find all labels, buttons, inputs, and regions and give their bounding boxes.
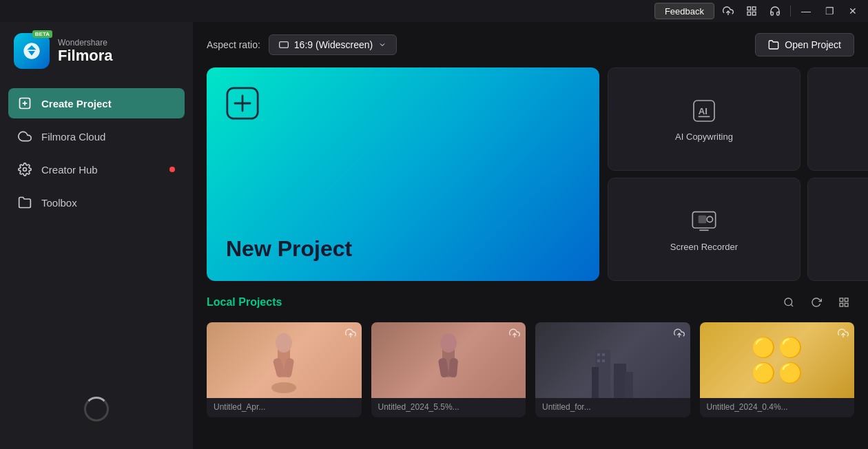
- quick-card-screen-recorder[interactable]: Screen Recorder: [608, 178, 800, 281]
- svg-point-45: [440, 333, 457, 353]
- top-bar: Aspect ratio: 16:9 (Widescreen) Open Pro…: [207, 33, 854, 56]
- svg-rect-4: [747, 12, 751, 15]
- new-project-title: New Project: [226, 236, 580, 262]
- svg-rect-35: [845, 303, 848, 306]
- svg-rect-22: [699, 215, 707, 223]
- cloud-upload-icon[interactable]: [719, 3, 738, 19]
- project-card[interactable]: 🟡🟡 🟡🟡 Untitled_2024_0.4%...: [700, 322, 855, 417]
- sidebar-item-label: Creator Hub: [41, 164, 98, 176]
- svg-point-31: [785, 298, 792, 306]
- project-thumbnail-3: [535, 322, 690, 398]
- grid-view-button[interactable]: [834, 292, 854, 313]
- create-project-icon: [18, 96, 32, 110]
- project-info-4: Untitled_2024_0.4%...: [700, 398, 855, 417]
- project-thumbnail-4: 🟡🟡 🟡🟡: [700, 322, 855, 398]
- upload-icon-1: [345, 328, 356, 342]
- loading-spinner: [84, 397, 109, 421]
- svg-rect-1: [747, 7, 751, 10]
- loading-area: [0, 369, 193, 449]
- app-logo-icon: BETA: [14, 33, 50, 69]
- main-content: Aspect ratio: 16:9 (Widescreen) Open Pro…: [193, 22, 868, 449]
- sidebar-item-creator-hub[interactable]: Creator Hub: [8, 154, 185, 185]
- svg-rect-50: [614, 364, 626, 398]
- cloud-icon: [18, 129, 32, 143]
- header-actions: [778, 292, 854, 313]
- titlebar: Feedback — ❐ ✕: [0, 0, 868, 22]
- aspect-ratio-section: Aspect ratio: 16:9 (Widescreen): [207, 34, 397, 55]
- quick-card-ai-face-mosaic[interactable]: AI Face Mosaic: [807, 67, 868, 171]
- svg-point-8: [23, 168, 27, 171]
- svg-rect-51: [592, 367, 599, 398]
- sidebar-item-label: Create Project: [41, 98, 112, 109]
- svg-rect-3: [752, 12, 756, 15]
- project-card[interactable]: Untitled_2024_5.5%...: [371, 322, 526, 417]
- new-project-card[interactable]: New Project: [207, 67, 599, 281]
- beta-badge: BETA: [32, 30, 52, 38]
- project-thumbnail-1: [207, 322, 362, 398]
- local-projects-header: Local Projects: [207, 292, 854, 313]
- svg-rect-56: [602, 359, 605, 362]
- sidebar: BETA Wondershare Filmora Create Pro: [0, 22, 193, 449]
- svg-rect-53: [597, 353, 600, 356]
- project-info-2: Untitled_2024_5.5%...: [371, 398, 526, 417]
- aspect-ratio-dropdown[interactable]: 16:9 (Widescreen): [269, 34, 397, 55]
- svg-rect-55: [597, 359, 600, 362]
- project-card[interactable]: Untitled_Apr...: [207, 322, 362, 417]
- maximize-button[interactable]: ❐: [820, 3, 839, 19]
- creator-hub-icon: [18, 163, 32, 176]
- svg-rect-36: [840, 303, 843, 306]
- svg-rect-34: [845, 298, 848, 302]
- notification-dot: [169, 167, 175, 172]
- svg-text:AI: AI: [699, 106, 707, 116]
- svg-point-40: [276, 333, 292, 353]
- quick-card-label: Screen Recorder: [670, 242, 738, 252]
- upload-icon-2: [509, 328, 520, 342]
- headphone-icon[interactable]: [765, 3, 785, 19]
- aspect-ratio-label: Aspect ratio:: [207, 39, 260, 50]
- open-project-label: Open Project: [785, 39, 841, 50]
- sidebar-nav: Create Project Filmora Cloud: [0, 83, 193, 369]
- local-projects-title: Local Projects: [207, 296, 282, 309]
- sidebar-item-filmora-cloud[interactable]: Filmora Cloud: [8, 121, 185, 152]
- svg-point-23: [707, 216, 712, 222]
- svg-rect-52: [625, 372, 633, 398]
- project-card[interactable]: Untitled_for...: [535, 322, 690, 417]
- open-project-button[interactable]: Open Project: [755, 33, 854, 56]
- quick-card-ai-copywriting[interactable]: AI AI Copywriting: [608, 67, 800, 171]
- feedback-button[interactable]: Feedback: [654, 3, 714, 19]
- svg-rect-54: [602, 353, 605, 356]
- quick-card-more[interactable]: More: [807, 178, 868, 281]
- svg-rect-9: [280, 42, 289, 48]
- sidebar-item-label: Toolbox: [41, 197, 77, 209]
- layout-icon[interactable]: [742, 3, 761, 19]
- quick-actions: AI AI Copywriting AI Face Mosaic: [608, 67, 868, 281]
- emoji-grid: 🟡🟡 🟡🟡: [752, 336, 803, 384]
- search-projects-button[interactable]: [778, 292, 799, 313]
- titlebar-separator: [790, 6, 791, 17]
- project-info-1: Untitled_Apr...: [207, 398, 362, 417]
- sidebar-logo: BETA Wondershare Filmora: [0, 22, 193, 83]
- logo-text: Wondershare Filmora: [58, 38, 112, 64]
- minimize-button[interactable]: —: [796, 3, 816, 19]
- svg-rect-33: [840, 298, 843, 302]
- sidebar-item-label: Filmora Cloud: [41, 131, 105, 143]
- project-info-3: Untitled_for...: [535, 398, 690, 417]
- svg-line-32: [791, 304, 793, 306]
- aspect-ratio-value: 16:9 (Widescreen): [294, 39, 373, 50]
- toolbox-icon: [18, 196, 32, 209]
- svg-rect-2: [752, 7, 756, 10]
- svg-rect-47: [448, 358, 458, 378]
- close-button[interactable]: ✕: [843, 3, 862, 19]
- quick-card-label: AI Copywriting: [675, 132, 733, 142]
- sidebar-item-toolbox[interactable]: Toolbox: [8, 187, 185, 218]
- logo-product: Filmora: [58, 48, 112, 64]
- sidebar-item-create-project[interactable]: Create Project: [8, 88, 185, 118]
- refresh-projects-button[interactable]: [806, 292, 827, 313]
- app-body: BETA Wondershare Filmora Create Pro: [0, 22, 868, 449]
- project-thumbnail-2: [371, 322, 526, 398]
- upload-icon-4: [838, 328, 849, 342]
- svg-point-38: [271, 382, 296, 393]
- projects-grid: Untitled_Apr...: [207, 322, 854, 417]
- cards-row: New Project AI AI Copywriting: [207, 67, 854, 281]
- logo-brand: Wondershare: [58, 38, 112, 48]
